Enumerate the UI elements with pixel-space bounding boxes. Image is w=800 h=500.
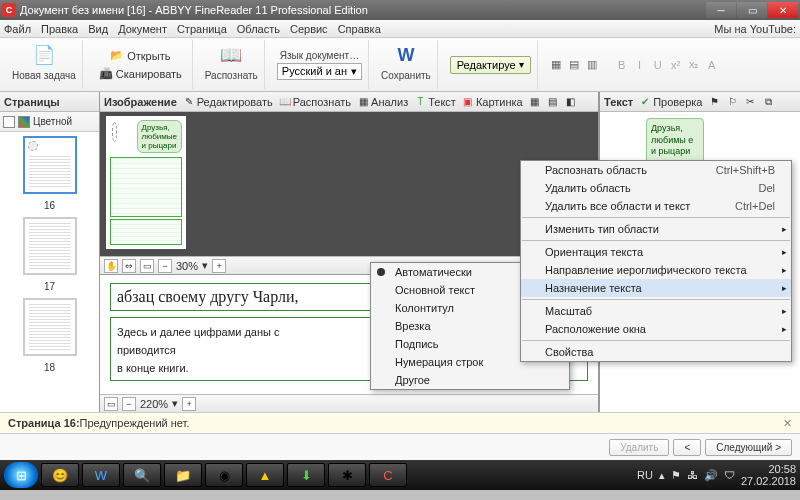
thumb-mode-icon[interactable] xyxy=(3,116,15,128)
menu-tools[interactable]: Сервис xyxy=(290,23,328,35)
fit2-icon[interactable]: ▭ xyxy=(104,397,118,411)
bold-icon[interactable]: B xyxy=(614,57,630,73)
new-task-button[interactable]: 📄 Новая задача xyxy=(6,40,83,89)
task-finereader[interactable]: C xyxy=(369,463,407,487)
chevron-down-icon: ▾ xyxy=(351,65,357,78)
doc-lang-label: Язык документ… xyxy=(280,50,359,61)
fit-width-icon[interactable]: ⇔ xyxy=(122,259,136,273)
mi-layout[interactable]: Расположение окна▸ xyxy=(521,320,791,338)
radio-icon xyxy=(377,268,385,276)
maximize-button[interactable]: ▭ xyxy=(737,2,767,18)
img-recognize-button[interactable]: 📖Распознать xyxy=(279,96,351,108)
img-edit-button[interactable]: ✎Редактировать xyxy=(183,96,273,108)
zoom-in2-icon[interactable]: + xyxy=(182,397,196,411)
status-close-icon[interactable]: ✕ xyxy=(783,417,792,430)
tray-up-icon[interactable]: ▴ xyxy=(659,469,665,482)
mi-delete-all[interactable]: Удалить все области и текстCtrl+Del xyxy=(521,197,791,215)
chevron-right-icon: ▸ xyxy=(782,247,787,257)
task-app-3[interactable]: 🔍 xyxy=(123,463,161,487)
underline-icon[interactable]: U xyxy=(650,57,666,73)
menu-page[interactable]: Страница xyxy=(177,23,227,35)
mi-properties[interactable]: Свойства xyxy=(521,343,791,361)
tray-flag-icon[interactable]: ⚑ xyxy=(671,469,681,482)
copy-icon[interactable]: ⧉ xyxy=(762,96,774,108)
task-word[interactable]: W xyxy=(82,463,120,487)
sub-icon[interactable]: x₂ xyxy=(686,57,702,73)
tray-net-icon[interactable]: 🖧 xyxy=(687,469,698,481)
task-explorer[interactable]: 📁 xyxy=(164,463,202,487)
menu-bar: Файл Правка Вид Документ Страница Област… xyxy=(0,20,800,38)
super-icon[interactable]: x² xyxy=(668,57,684,73)
language-select[interactable]: Русский и ан▾ xyxy=(277,63,362,80)
flag2-icon[interactable]: ⚐ xyxy=(726,96,738,108)
menu-view[interactable]: Вид xyxy=(88,23,108,35)
menu-edit[interactable]: Правка xyxy=(41,23,78,35)
menu-document[interactable]: Документ xyxy=(118,23,167,35)
scan-button[interactable]: 📠Сканировать xyxy=(95,66,186,82)
zoom-dropdown-icon[interactable]: ▾ xyxy=(202,259,208,272)
mi-change-type[interactable]: Изменить тип области▸ xyxy=(521,220,791,238)
thumb-17[interactable] xyxy=(23,217,77,275)
zoom-in-icon[interactable]: + xyxy=(212,259,226,273)
thumb-16[interactable] xyxy=(23,136,77,194)
thumb-18[interactable] xyxy=(23,298,77,356)
mi-hiero[interactable]: Направление иероглифического текста▸ xyxy=(521,261,791,279)
open-button[interactable]: 📂Открыть xyxy=(106,48,174,64)
img-more3-icon[interactable]: ◧ xyxy=(565,96,577,108)
save-button[interactable]: W Сохранить xyxy=(375,40,438,89)
status-prefix: Страница 16: xyxy=(8,417,80,429)
lower-zoom-bar: ▭ − 220% ▾ + xyxy=(100,394,598,412)
hand-tool-icon[interactable]: ✋ xyxy=(104,259,118,273)
tray-clock[interactable]: 20:58 27.02.2018 xyxy=(741,463,796,487)
start-button[interactable]: ⊞ xyxy=(4,462,38,488)
edit-mode-button[interactable]: Редактируе ▾ xyxy=(450,56,531,74)
mi-scale[interactable]: Масштаб▸ xyxy=(521,302,791,320)
mi-orientation[interactable]: Ориентация текста▸ xyxy=(521,243,791,261)
mi-other[interactable]: Другое xyxy=(371,371,569,389)
layout2-icon[interactable]: ▤ xyxy=(566,57,582,73)
tray-shield-icon[interactable]: 🛡 xyxy=(724,469,735,481)
tray-lang[interactable]: RU xyxy=(637,469,653,481)
text-area-2[interactable] xyxy=(110,219,182,245)
task-app-8[interactable]: ✱ xyxy=(328,463,366,487)
close-button[interactable]: ✕ xyxy=(768,2,798,18)
zoom-out-icon[interactable]: − xyxy=(158,259,172,273)
tray-vol-icon[interactable]: 🔊 xyxy=(704,469,718,482)
prev-page-button[interactable]: < xyxy=(673,439,701,456)
menu-help[interactable]: Справка xyxy=(338,23,381,35)
task-app-6[interactable]: ▲ xyxy=(246,463,284,487)
fontsize-icon[interactable]: A xyxy=(704,57,720,73)
delete-page-button[interactable]: Удалить xyxy=(609,439,669,456)
menu-area[interactable]: Область xyxy=(237,23,280,35)
zoom-dropdown2-icon[interactable]: ▾ xyxy=(172,397,178,410)
task-app-1[interactable]: 😊 xyxy=(41,463,79,487)
layout3-icon[interactable]: ▥ xyxy=(584,57,600,73)
flag1-icon[interactable]: ⚑ xyxy=(708,96,720,108)
img-picture-button[interactable]: ▣Картинка xyxy=(462,96,523,108)
check-button[interactable]: ✔Проверка xyxy=(639,96,702,108)
cut-icon[interactable]: ✂ xyxy=(744,96,756,108)
mi-recognize-area[interactable]: Распознать областьCtrl+Shift+B xyxy=(521,161,791,179)
text-area-1[interactable] xyxy=(110,157,182,217)
zoom-out2-icon[interactable]: − xyxy=(122,397,136,411)
img-more2-icon[interactable]: ▤ xyxy=(547,96,559,108)
text-icon: T xyxy=(414,96,426,108)
menu-file[interactable]: Файл xyxy=(4,23,31,35)
next-page-button[interactable]: Следующий > xyxy=(705,439,792,456)
italic-icon[interactable]: I xyxy=(632,57,648,73)
pages-pane: Страницы Цветной 16 17 18 xyxy=(0,92,100,412)
layout1-icon[interactable]: ▦ xyxy=(548,57,564,73)
new-task-icon: 📄 xyxy=(31,42,57,68)
task-app-7[interactable]: ⬇ xyxy=(287,463,325,487)
minimize-button[interactable]: ─ xyxy=(706,2,736,18)
img-more1-icon[interactable]: ▦ xyxy=(529,96,541,108)
img-text-button[interactable]: TТекст xyxy=(414,96,456,108)
img-analyze-button[interactable]: ▦Анализ xyxy=(357,96,408,108)
recognize-button[interactable]: 📖 Распознать xyxy=(199,40,265,89)
fit-page-icon[interactable]: ▭ xyxy=(140,259,154,273)
task-chrome[interactable]: ◉ xyxy=(205,463,243,487)
color-chip-icon[interactable] xyxy=(18,116,30,128)
mi-assign-text[interactable]: Назначение текста▸ xyxy=(521,279,791,297)
mi-delete-area[interactable]: Удалить областьDel xyxy=(521,179,791,197)
nav-row: Удалить < Следующий > xyxy=(0,434,800,460)
